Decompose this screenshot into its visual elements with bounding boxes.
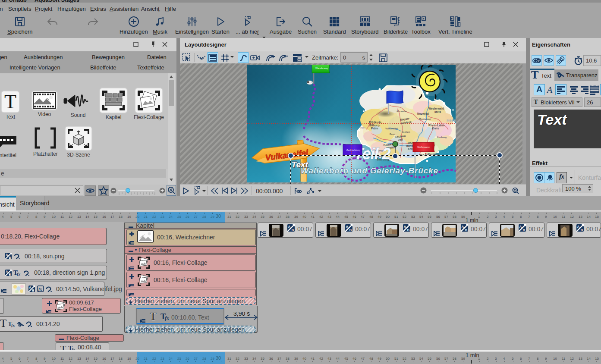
svg-text:3,90 s: 3,90 s <box>233 312 250 317</box>
svg-text:fx: fx <box>165 315 169 321</box>
